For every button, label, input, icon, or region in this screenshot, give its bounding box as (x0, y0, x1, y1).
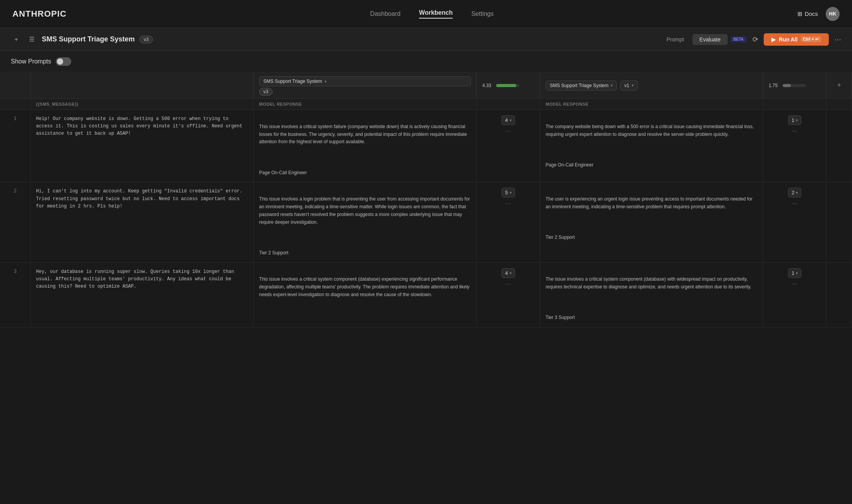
model2-name: SMS Support Triage System (550, 83, 608, 88)
row1-more-button[interactable]: ⋯ (482, 200, 534, 207)
row-add-cell (826, 110, 852, 182)
toolbar: + ☰ SMS Support Triage System v3 Prompt … (0, 28, 852, 51)
header-score1-cell: 4.33 (477, 72, 540, 99)
subheader-score1 (477, 99, 540, 110)
row-response2-text: The issue involves a critical system com… (546, 268, 758, 322)
history-button[interactable]: ⟳ (752, 35, 758, 44)
row1-more-button[interactable]: ⋯ (482, 127, 534, 135)
row-score2-dropdown[interactable]: 1 ▾ (788, 115, 801, 125)
add-icon[interactable]: + (11, 34, 22, 45)
nav-links: Dashboard Workbench Settings (370, 9, 494, 19)
tab-evaluate[interactable]: Evaluate (692, 34, 727, 45)
row2-more-button[interactable]: ⋯ (769, 200, 821, 207)
nav-right: ⊞ Docs HK (797, 7, 840, 21)
score2-chevron-icon: ▾ (796, 118, 798, 122)
header-score2-cell: 1.75 (763, 72, 826, 99)
play-icon: ▶ (771, 36, 776, 43)
table-row: 3 Hey, our database is running super slo… (0, 262, 852, 327)
show-prompts-row: Show Prompts (0, 51, 852, 72)
add-column-button[interactable]: + (832, 81, 846, 89)
more-button[interactable]: ⋯ (834, 35, 841, 44)
row-input-cell: Hi, I can't log into my account. Keep ge… (31, 182, 254, 262)
model2-selector[interactable]: SMS Support Triage System ▾ (546, 81, 617, 91)
row-add-cell (826, 262, 852, 327)
toolbar-left: + ☰ SMS Support Triage System v3 (11, 34, 653, 45)
score1-chevron-icon: ▾ (510, 190, 512, 195)
row-number: 1 (0, 110, 31, 182)
row-response1-text: This issue involves a login problem that… (259, 188, 471, 257)
subheader-response1: MODEL RESPONSE (254, 99, 477, 110)
score2-value: 1 (792, 117, 794, 123)
score2-chevron-icon: ▾ (796, 190, 798, 195)
logo: ANTHROPIC (12, 9, 67, 19)
score1-value: 5 (505, 190, 508, 195)
row-response2-cell: The issue involves a critical system com… (540, 262, 763, 327)
row-response2-cell: The company website being down with a 50… (540, 110, 763, 182)
row-response1-cell: This issue involves a critical system co… (254, 262, 477, 327)
row-response1-cell: This issue involves a critical system fa… (254, 110, 477, 182)
model2-score-container: 1.75 (769, 83, 821, 88)
model1-score-bar-fill (496, 84, 516, 87)
beta-badge: BETA (731, 36, 746, 42)
run-all-button[interactable]: ▶ Run All Ctrl + ↵ (764, 33, 829, 46)
row-score2-dropdown[interactable]: 1 ▾ (788, 268, 801, 278)
nav-dashboard[interactable]: Dashboard (370, 10, 400, 17)
model1-selector[interactable]: SMS Support Triage System ▾ (259, 76, 471, 86)
score2-chevron-icon: ▾ (796, 271, 798, 275)
subheader-row: {{SMS_MESSAGE}} MODEL RESPONSE MODEL RES… (0, 99, 852, 110)
show-prompts-toggle[interactable] (56, 57, 71, 66)
row-score1-cell: 5 ▾ ⋯ (477, 182, 540, 262)
nav-settings[interactable]: Settings (471, 10, 494, 17)
model1-chevron-icon: ▾ (325, 79, 326, 84)
model2-version-chevron-icon: ▾ (632, 83, 634, 87)
score2-value: 1 (792, 270, 794, 276)
avatar[interactable]: HK (826, 7, 840, 21)
model1-name: SMS Support Triage System (263, 79, 322, 84)
nav-workbench[interactable]: Workbench (419, 9, 453, 19)
row-number: 3 (0, 262, 31, 327)
model2-score-bar-bg (783, 84, 806, 87)
header-input-cell (31, 72, 254, 99)
row-score1-dropdown[interactable]: 4 ▾ (502, 115, 515, 125)
compare-table: SMS Support Triage System ▾ v3 4.33 (0, 72, 852, 327)
model2-name-chevron-icon: ▾ (611, 83, 613, 87)
docs-icon: ⊞ (797, 10, 802, 17)
docs-label: Docs (805, 10, 818, 17)
row1-more-button[interactable]: ⋯ (482, 280, 534, 288)
subheader-input: {{SMS_MESSAGE}} (31, 99, 254, 110)
toolbar-center: Prompt Evaluate BETA (660, 34, 746, 45)
score1-value: 4 (505, 270, 508, 276)
model2-score-bar-fill (783, 84, 791, 87)
subheader-num (0, 99, 31, 110)
table-row: 1 Help! Our company website is down. Get… (0, 110, 852, 182)
row-response1-text: This issue involves a critical system co… (259, 268, 471, 314)
score1-value: 4 (505, 117, 508, 123)
row-response2-text: The user is experiencing an urgent login… (546, 188, 758, 242)
row-response2-cell: The user is experiencing an urgent login… (540, 182, 763, 262)
tab-prompt[interactable]: Prompt (660, 34, 691, 45)
row-score1-dropdown[interactable]: 5 ▾ (502, 188, 515, 197)
row-score1-dropdown[interactable]: 4 ▾ (502, 268, 515, 278)
model1-score-value: 4.33 (482, 83, 493, 88)
row2-more-button[interactable]: ⋯ (769, 280, 821, 288)
row2-more-button[interactable]: ⋯ (769, 127, 821, 135)
row-input-text: Hey, our database is running super slow.… (36, 268, 248, 291)
row-score2-cell: 1 ▾ ⋯ (763, 110, 826, 182)
top-nav: ANTHROPIC Dashboard Workbench Settings ⊞… (0, 0, 852, 28)
row-score1-cell: 4 ▾ ⋯ (477, 110, 540, 182)
toggle-knob (57, 58, 63, 65)
model1-score-container: 4.33 (482, 83, 534, 88)
model2-version: v1 (624, 83, 629, 88)
subheader-score2 (763, 99, 826, 110)
header-add-col-cell: + (826, 72, 852, 99)
row-score2-dropdown[interactable]: 2 ▾ (788, 188, 801, 197)
docs-button[interactable]: ⊞ Docs (797, 10, 818, 17)
row-input-cell: Hey, our database is running super slow.… (31, 262, 254, 327)
model1-version: v3 (259, 88, 273, 96)
model2-version-selector[interactable]: v1 ▾ (620, 81, 638, 91)
score2-value: 2 (792, 190, 794, 195)
list-icon[interactable]: ☰ (26, 34, 37, 45)
header-model2-cell: SMS Support Triage System ▾ v1 ▾ (540, 72, 763, 99)
version-badge: v3 (139, 36, 153, 43)
header-row: SMS Support Triage System ▾ v3 4.33 (0, 72, 852, 99)
